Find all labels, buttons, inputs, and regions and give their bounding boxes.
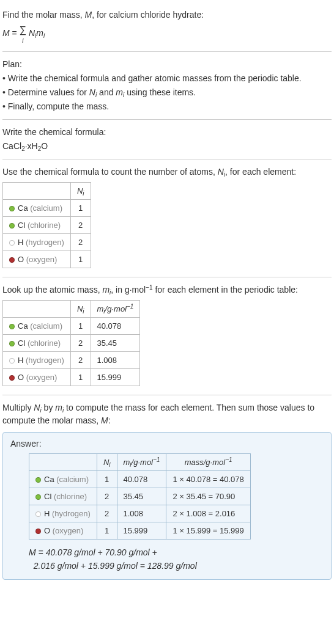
col-m-header: mi/g·mol−1 <box>91 301 140 318</box>
m-value: 15.999 <box>91 369 140 386</box>
element-dot <box>9 358 15 364</box>
m-value: 1.008 <box>117 505 166 522</box>
table-header-row: Ni mi/g·mol−1 mass/g·mol−1 <box>29 454 251 471</box>
n-value: 1 <box>70 251 91 268</box>
lookup-table: Ni mi/g·mol−1 Ca (calcium)140.078 Cl (ch… <box>2 300 140 386</box>
element-name: (oxygen) <box>26 373 58 382</box>
plan-heading: Plan: <box>2 58 332 71</box>
col-n-header: Ni <box>70 301 91 318</box>
element-name: (calcium) <box>56 475 89 484</box>
element-dot <box>9 341 15 346</box>
element-dot <box>9 375 15 381</box>
element-dot <box>9 206 15 211</box>
plan-bullet-2: • Determine values for Ni and mi using t… <box>2 86 332 99</box>
element-symbol: H <box>18 356 23 365</box>
table-row: Cl (chlorine)235.452 × 35.45 = 70.90 <box>29 488 251 505</box>
element-symbol: Ca <box>18 321 28 331</box>
element-symbol: Cl <box>18 221 25 230</box>
mass-value: 2 × 35.45 = 70.90 <box>166 488 250 505</box>
table-row: Ca (calcium)140.078 <box>3 318 140 335</box>
element-name: (chlorine) <box>54 492 87 501</box>
m-value: 35.45 <box>91 335 140 352</box>
m-value: 40.078 <box>91 318 140 335</box>
element-symbol: O <box>18 373 24 382</box>
table-row: O (oxygen)115.9991 × 15.999 = 15.999 <box>29 522 251 540</box>
element-symbol: H <box>44 509 50 518</box>
element-name: (calcium) <box>30 203 62 213</box>
table-row: H (hydrogen)21.0082 × 1.008 = 2.016 <box>29 505 251 522</box>
element-symbol: H <box>18 238 23 247</box>
element-symbol: O <box>44 526 50 535</box>
element-dot <box>9 223 15 229</box>
chemical-formula: CaCl2·xH2O <box>2 140 332 153</box>
element-name: (calcium) <box>30 321 62 331</box>
table-row: Ca (calcium)140.0781 × 40.078 = 40.078 <box>29 471 251 488</box>
n-value: 2 <box>70 352 91 369</box>
element-dot <box>35 494 41 500</box>
n-value: 2 <box>97 488 117 505</box>
element-dot <box>9 324 15 329</box>
table-row: H (hydrogen)2 <box>3 234 91 251</box>
element-symbol: O <box>18 255 24 264</box>
lookup-section: Look up the atomic mass, mi, in g·mol−1 … <box>2 277 332 395</box>
element-name: (chlorine) <box>28 338 61 348</box>
table-row: O (oxygen)115.999 <box>3 369 140 386</box>
table-row: H (hydrogen)21.008 <box>3 352 140 369</box>
plan-bullet-3: • Finally, compute the mass. <box>2 100 332 113</box>
find-text: Find the molar mass, M, for calcium chlo… <box>2 9 332 21</box>
answer-label: Answer: <box>10 439 324 448</box>
element-dot <box>35 511 41 517</box>
element-symbol: Cl <box>18 338 25 348</box>
n-value: 1 <box>97 471 117 488</box>
element-symbol: Ca <box>44 475 54 484</box>
table-row: O (oxygen)1 <box>3 251 91 268</box>
multiply-heading: Multiply Ni by mi to compute the mass fo… <box>2 401 332 427</box>
answer-box: Answer: Ni mi/g·mol−1 mass/g·mol−1 Ca (c… <box>2 432 332 580</box>
element-dot <box>9 257 15 263</box>
element-name: (oxygen) <box>26 255 58 264</box>
element-name: (hydrogen) <box>26 356 64 365</box>
m-value: 35.45 <box>117 488 166 505</box>
n-value: 2 <box>70 217 91 234</box>
n-value: 2 <box>70 234 91 251</box>
element-name: (hydrogen) <box>52 509 91 518</box>
m-value: 40.078 <box>117 471 166 488</box>
n-value: 1 <box>70 318 91 335</box>
element-name: (oxygen) <box>53 526 84 535</box>
final-equation: M = 40.078 g/mol + 70.90 g/mol + 2.016 g… <box>29 546 324 573</box>
col-mass-header: mass/g·mol−1 <box>166 454 250 471</box>
n-value: 1 <box>97 522 117 540</box>
element-name: (chlorine) <box>28 221 61 230</box>
n-value: 2 <box>70 335 91 352</box>
answer-table: Ni mi/g·mol−1 mass/g·mol−1 Ca (calcium)1… <box>29 453 251 540</box>
n-value: 2 <box>97 505 117 522</box>
table-header-row: Ni mi/g·mol−1 <box>3 301 140 318</box>
m-value: 15.999 <box>117 522 166 540</box>
element-name: (hydrogen) <box>26 238 64 247</box>
table-row: Cl (chlorine)2 <box>3 217 91 234</box>
mass-value: 1 × 15.999 = 15.999 <box>166 522 250 540</box>
lookup-heading: Look up the atomic mass, mi, in g·mol−1 … <box>2 284 332 296</box>
element-dot <box>35 477 41 483</box>
multiply-section: Multiply Ni by mi to compute the mass fo… <box>2 395 332 585</box>
col-n-header: Ni <box>97 454 117 471</box>
count-heading: Use the chemical formula to count the nu… <box>2 166 332 178</box>
element-symbol: Cl <box>44 492 51 501</box>
element-dot <box>35 529 41 534</box>
plan-bullet-1: • Write the chemical formula and gather … <box>2 72 332 85</box>
molar-mass-formula: M = ∑i Nimi <box>2 23 332 45</box>
n-value: 1 <box>70 369 91 386</box>
element-symbol: Ca <box>18 203 28 213</box>
col-n-header: Ni <box>70 183 91 200</box>
element-dot <box>9 240 15 246</box>
n-value: 1 <box>70 200 91 217</box>
write-heading: Write the chemical formula: <box>2 126 332 139</box>
table-row: Ca (calcium)1 <box>3 200 91 217</box>
table-row: Cl (chlorine)235.45 <box>3 335 140 352</box>
write-formula-section: Write the chemical formula: CaCl2·xH2O <box>2 120 332 159</box>
table-header-row: Ni <box>3 183 91 200</box>
col-m-header: mi/g·mol−1 <box>117 454 166 471</box>
count-table: Ni Ca (calcium)1 Cl (chlorine)2 H (hydro… <box>2 182 91 268</box>
mass-value: 1 × 40.078 = 40.078 <box>166 471 250 488</box>
mass-value: 2 × 1.008 = 2.016 <box>166 505 250 522</box>
